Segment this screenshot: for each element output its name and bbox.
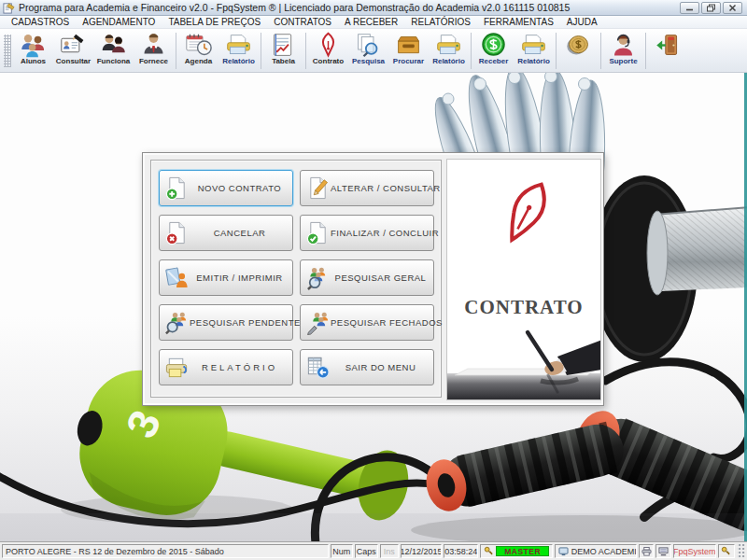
barbell: [591, 175, 747, 362]
menu-item-ferramentas[interactable]: FERRAMENTAS: [477, 17, 560, 27]
toolbar-separator: [645, 33, 646, 69]
menu-item-contratos[interactable]: CONTRATOS: [267, 17, 338, 27]
toolbar-button-sair[interactable]: [648, 30, 688, 72]
report-printer-icon: [225, 32, 252, 59]
search-people-icon: [164, 310, 190, 335]
students-icon: [20, 32, 47, 59]
receive-money-icon: [480, 32, 507, 59]
document-cancel-icon: [164, 220, 190, 245]
app-icon: [3, 2, 15, 14]
novo-contrato-button[interactable]: NOVO CONTRATO: [159, 170, 293, 206]
status-caps-lock: Caps: [355, 544, 378, 558]
status-insert-mode: Ins: [380, 544, 399, 558]
toolbar-button-contrato[interactable]: Contrato: [308, 30, 348, 72]
toolbar-button-pesquisa[interactable]: Pesquisa: [348, 30, 388, 72]
search-people-icon: [305, 265, 331, 290]
toolbar-button-agenda[interactable]: Agenda: [178, 30, 218, 72]
user-key-icon: [721, 546, 731, 556]
exit-grid-icon: [305, 355, 331, 380]
toolbar-separator: [305, 33, 306, 69]
employees-icon: [100, 32, 127, 59]
title-bar: Programa para Academia e Financeiro v2.0…: [0, 0, 747, 16]
status-session: [718, 544, 735, 558]
close-button[interactable]: [723, 2, 742, 14]
menu-item-ajuda[interactable]: AJUDA: [560, 17, 604, 27]
pesquisar-pendentes-button[interactable]: PESQUISAR PENDENTES: [159, 304, 293, 341]
status-printer[interactable]: [639, 544, 654, 558]
toolbar-button-consultar[interactable]: Consultar: [53, 30, 93, 72]
cancelar-button[interactable]: CANCELAR: [159, 215, 293, 251]
toolbar-separator: [556, 33, 557, 69]
supplier-icon: [140, 32, 167, 59]
app-window: Programa para Academia e Financeiro v2.0…: [0, 0, 747, 560]
status-time: 03:58:24: [444, 544, 478, 558]
relatorio-button[interactable]: RELATÓRIO: [159, 349, 293, 385]
toolbar-separator: [600, 33, 601, 69]
drawer-icon: [395, 32, 422, 59]
contract-menu-dialog: NOVO CONTRATO ALTERAR / CONSULTAR CANCEL…: [142, 152, 604, 406]
table-chart-icon: [270, 32, 297, 59]
toolbar-button-fornecedores[interactable]: Fornece: [134, 30, 174, 72]
status-num-lock: Num: [331, 544, 353, 558]
alterar-consultar-button[interactable]: ALTERAR / CONSULTAR: [300, 170, 434, 206]
toolbar-button-procurar[interactable]: Procurar: [388, 30, 429, 72]
computer-icon: [558, 547, 569, 556]
status-display[interactable]: [655, 544, 670, 558]
search-pages-icon: [355, 32, 382, 59]
toolbar-button-relatorio-agenda[interactable]: Relatório: [218, 30, 259, 72]
document-edit-icon: [305, 175, 331, 201]
menu-item-relatorios[interactable]: RELATÓRIOS: [404, 17, 477, 27]
menu-item-agendamento[interactable]: AGENDAMENTO: [76, 17, 162, 27]
emit-person-icon: [164, 265, 190, 290]
printer-icon: [164, 355, 190, 380]
toolbar-button-suporte[interactable]: Suporte: [603, 30, 643, 72]
contract-image-panel: CONTRATO: [446, 159, 601, 400]
toolbar-button-alunos[interactable]: Alunos: [13, 30, 53, 72]
status-brand: FpqSystem: [673, 544, 716, 558]
document-add-icon: [164, 175, 190, 201]
resize-grip[interactable]: [737, 544, 745, 558]
status-bar: PORTO ALEGRE - RS 12 de Dezembro de 2015…: [0, 541, 747, 560]
workspace: 3: [0, 73, 747, 541]
report-printer-icon: [520, 32, 547, 59]
toolbar: Alunos Consultar Funciona Fornece Agenda…: [0, 29, 747, 73]
toolbar-button-tabela[interactable]: Tabela: [263, 30, 303, 72]
toolbar-button-receber[interactable]: Receber: [473, 30, 514, 72]
toolbar-button-relatorio-receber[interactable]: Relatório: [514, 30, 554, 72]
agenda-clock-icon: [185, 32, 212, 59]
toolbar-button-funcionarios[interactable]: Funciona: [93, 30, 134, 72]
menu-item-tabela-de-precos[interactable]: TABELA DE PREÇOS: [162, 17, 267, 27]
toolbar-button-relatorio-contrato[interactable]: Relatório: [429, 30, 469, 72]
pesquisar-fechados-button[interactable]: PESQUISAR FECHADOS: [300, 304, 434, 341]
signing-hand-image: [447, 327, 601, 399]
report-printer-icon: [435, 32, 462, 59]
status-user: MASTER: [480, 544, 552, 558]
button-panel: NOVO CONTRATO ALTERAR / CONSULTAR CANCEL…: [150, 160, 442, 398]
contract-pen-nib-icon: [315, 32, 342, 59]
pen-nib-icon: [484, 173, 564, 262]
menu-item-a-receber[interactable]: A RECEBER: [338, 17, 404, 27]
coin-icon: [565, 32, 592, 59]
printer-icon: [641, 547, 652, 556]
toolbar-grip: [4, 35, 11, 67]
toolbar-button-moeda[interactable]: [558, 30, 599, 72]
emitir-imprimir-button[interactable]: EMITIR / IMPRIMIR: [159, 259, 293, 296]
toolbar-separator: [176, 33, 176, 69]
status-user-badge: MASTER: [496, 546, 548, 556]
consult-card-icon: [60, 32, 87, 59]
menu-item-cadastros[interactable]: CADASTROS: [5, 17, 76, 27]
status-location-date: PORTO ALEGRE - RS 12 de Dezembro de 2015…: [2, 544, 329, 558]
support-headset-icon: [610, 32, 637, 59]
exit-door-icon: [655, 32, 682, 59]
minimize-button[interactable]: [680, 2, 699, 14]
status-company: DEMO ACADEMIA 2.0: [555, 544, 637, 558]
panel-caption: CONTRATO: [447, 296, 600, 319]
sair-do-menu-button[interactable]: SAIR DO MENU: [300, 349, 434, 385]
finalizar-concluir-button[interactable]: FINALIZAR / CONCLUIR: [300, 215, 434, 251]
pesquisar-geral-button[interactable]: PESQUISAR GERAL: [300, 259, 434, 296]
document-check-icon: [305, 220, 331, 245]
monitor-icon: [658, 547, 669, 556]
toolbar-separator: [471, 33, 472, 69]
menu-bar: CADASTROS AGENDAMENTO TABELA DE PREÇOS C…: [0, 16, 747, 29]
restore-button[interactable]: [701, 2, 721, 14]
